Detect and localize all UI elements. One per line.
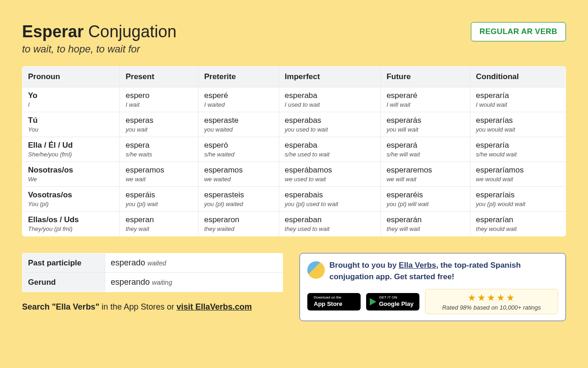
conjugation-cell: esperasteyou waited: [198, 112, 279, 137]
pronoun-cell: Vosotras/osYou (pl): [23, 187, 120, 212]
table-header: Present: [120, 67, 198, 87]
visit-link[interactable]: visit EllaVerbs.com: [176, 302, 252, 311]
conjugation-cell: esperaríaisyou (pl) would wait: [470, 187, 566, 212]
table-header: Conditional: [470, 67, 566, 87]
table-row: Ellas/os / UdsThey/you (pl fml)esperanth…: [23, 212, 566, 236]
conjugation-cell: esperasyou wait: [120, 112, 198, 137]
page-title: Esperar Conjugation: [22, 22, 176, 41]
conjugation-cell: esperabasyou used to wait: [279, 112, 381, 137]
conjugation-cell: esperarásyou will wait: [381, 112, 470, 137]
conjugation-cell: esperarás/he will wait: [381, 137, 470, 162]
conjugation-cell: esperanthey wait: [120, 212, 198, 236]
rating-text: Rated 98% based on 10,000+ ratings: [430, 304, 553, 311]
search-instruction: Search "Ella Verbs" in the App Stores or…: [22, 302, 283, 312]
conjugation-cell: esperoI wait: [120, 87, 198, 112]
conjugation-table: PronounPresentPreteriteImperfectFutureCo…: [22, 66, 566, 236]
participles-table: Past participle esperado waited Gerund e…: [22, 253, 283, 292]
pronoun-cell: TúYou: [23, 112, 120, 137]
conjugation-cell: esperaríaI would wait: [470, 87, 566, 112]
conjugation-cell: esperabaisyou (pl) used to wait: [279, 187, 381, 212]
verb-meaning: to wait, to hope, to wait for: [22, 43, 176, 55]
table-row: YoIesperoI waitesperéI waitedesperabaI u…: [23, 87, 566, 112]
table-header: Imperfect: [279, 67, 381, 87]
conjugation-cell: esperéI waited: [198, 87, 279, 112]
table-header: Future: [381, 67, 470, 87]
conjugation-cell: esperamoswe wait: [120, 162, 198, 187]
table-row: Vosotras/osYou (pl)esperáisyou (pl) wait…: [23, 187, 566, 212]
app-store-button[interactable]: Download on the App Store: [307, 293, 361, 310]
table-row: Ella / Él / UdShe/he/you (fml)esperas/he…: [23, 137, 566, 162]
conjugation-cell: esperaránthey will wait: [381, 212, 470, 236]
google-play-icon: [370, 298, 376, 305]
verb-type-badge: REGULAR AR VERB: [471, 22, 566, 41]
pronoun-cell: Ella / Él / UdShe/he/you (fml): [23, 137, 120, 162]
table-row: TúYouesperasyou waitesperasteyou waitede…: [23, 112, 566, 137]
conjugation-cell: esperasteisyou (pl) waited: [198, 187, 279, 212]
pronoun-cell: Nosotras/osWe: [23, 162, 120, 187]
promo-box: Brought to you by Ella Verbs, the top-ra…: [300, 253, 566, 321]
brand-link[interactable]: Ella Verbs: [399, 261, 436, 270]
conjugation-cell: esperós/he waited: [198, 137, 279, 162]
table-header: Pronoun: [23, 67, 120, 87]
conjugation-cell: esperaríanthey would wait: [470, 212, 566, 236]
google-play-button[interactable]: GET IT ON Google Play: [366, 293, 419, 310]
conjugation-cell: esperáisyou (pl) wait: [120, 187, 198, 212]
app-icon: [307, 261, 325, 279]
conjugation-cell: esperaréisyou (pl) will wait: [381, 187, 470, 212]
conjugation-cell: esperabaI used to wait: [279, 87, 381, 112]
conjugation-cell: esperamoswe waited: [198, 162, 279, 187]
table-header: Preterite: [198, 67, 279, 87]
rating-box: ★★★★★ Rated 98% based on 10,000+ ratings: [425, 289, 558, 314]
gerund-label: Gerund: [23, 273, 105, 292]
pronoun-cell: YoI: [23, 87, 120, 112]
gerund-value: esperando waiting: [105, 273, 283, 292]
title-suffix: Conjugation: [88, 22, 176, 41]
verb-name: Esperar: [22, 22, 84, 41]
pronoun-cell: Ellas/os / UdsThey/you (pl fml): [23, 212, 120, 236]
table-row: Nosotras/osWeesperamoswe waitesperamoswe…: [23, 162, 566, 187]
conjugation-cell: esperabas/he used to wait: [279, 137, 381, 162]
conjugation-cell: esperaréI will wait: [381, 87, 470, 112]
promo-text: Brought to you by Ella Verbs, the top-ra…: [329, 260, 558, 282]
past-participle-value: esperado waited: [105, 253, 283, 273]
conjugation-cell: esperas/he waits: [120, 137, 198, 162]
conjugation-cell: esperabanthey used to wait: [279, 212, 381, 236]
conjugation-cell: esperaronthey waited: [198, 212, 279, 236]
past-participle-label: Past participle: [23, 253, 105, 273]
star-icons: ★★★★★: [430, 292, 553, 303]
conjugation-cell: esperaríasyou would wait: [470, 112, 566, 137]
conjugation-cell: esperarías/he would wait: [470, 137, 566, 162]
conjugation-cell: esperaríamoswe would wait: [470, 162, 566, 187]
conjugation-cell: esperábamoswe used to wait: [279, 162, 381, 187]
conjugation-cell: esperaremoswe will wait: [381, 162, 470, 187]
